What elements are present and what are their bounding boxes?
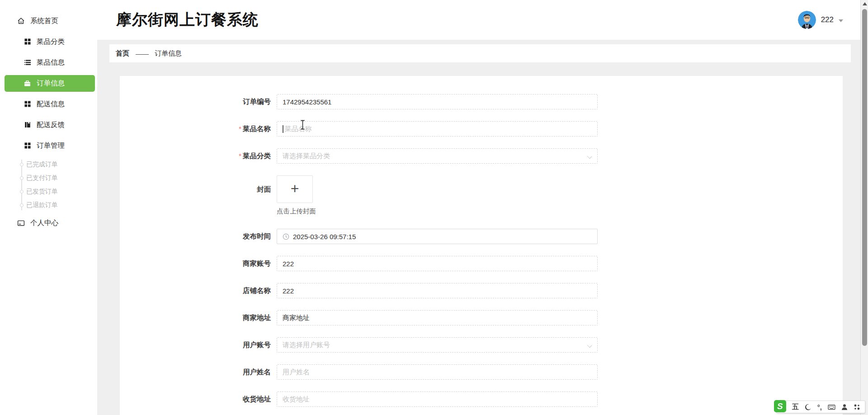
sidebar-item-dish-info[interactable]: 菜品信息 xyxy=(0,52,97,73)
sidebar-subitem-refunded-orders[interactable]: 已退款订单 xyxy=(21,198,97,212)
form-row-cover: 封面 + 点击上传封面 xyxy=(120,175,843,216)
sidebar-item-label: 个人中心 xyxy=(30,218,58,228)
scroll-up-arrow-icon[interactable] xyxy=(863,2,867,5)
sidebar-item-label: 订单管理 xyxy=(37,141,65,151)
order-manage-subnav: 已完成订单 已支付订单 已发货订单 已退款订单 xyxy=(21,156,97,214)
user-account-select[interactable]: 请选择用户账号 xyxy=(277,337,598,353)
order-no-value: 1742954235561 xyxy=(283,98,331,106)
sidebar-item-label: 配送反馈 xyxy=(37,120,65,130)
sidebar-item-delivery-feedback[interactable]: 配送反馈 xyxy=(0,114,97,135)
header: 摩尔街网上订餐系统 222 xyxy=(97,0,860,40)
book-icon xyxy=(24,121,31,129)
sidebar-item-system-home[interactable]: 系统首页 xyxy=(0,10,97,31)
field-label: *菜品名称 xyxy=(120,121,277,137)
avatar[interactable] xyxy=(798,11,816,29)
breadcrumb: 首页 —— 订单信息 xyxy=(109,44,851,62)
sidebar-item-label: 菜品信息 xyxy=(37,58,65,67)
dish-category-select[interactable]: 请选择菜品分类 xyxy=(277,148,598,164)
grid-icon xyxy=(24,142,31,150)
card-icon xyxy=(17,219,25,227)
cover-upload-button[interactable]: + xyxy=(277,175,313,203)
cover-upload-hint: 点击上传封面 xyxy=(277,207,598,216)
dish-name-input[interactable]: 菜品名称 xyxy=(277,121,598,137)
sidebar-item-label: 菜品分类 xyxy=(37,37,65,47)
merchant-address-input[interactable]: 商家地址 xyxy=(277,310,598,325)
apps-grid-icon[interactable] xyxy=(854,404,860,410)
shop-name-input[interactable]: 222 xyxy=(277,283,598,298)
list-icon xyxy=(24,59,31,66)
field-label: 订单编号 xyxy=(120,94,277,109)
ime-toolbar: S 五 °, xyxy=(776,401,865,413)
form-row-merchant-account: 商家账号 222 xyxy=(120,256,843,271)
form-row-order-no: 订单编号 1742954235561 xyxy=(120,94,843,109)
sidebar: 系统首页 菜品分类 菜品信息 订单信息 配送信息 xyxy=(0,0,97,415)
keyboard-icon[interactable] xyxy=(828,404,835,410)
sidebar-subitem-shipped-orders[interactable]: 已发货订单 xyxy=(21,185,97,198)
merchant-account-value: 222 xyxy=(283,260,294,268)
order-no-input[interactable]: 1742954235561 xyxy=(277,94,598,109)
sidebar-item-label: 配送信息 xyxy=(37,99,65,109)
briefcase-icon xyxy=(24,80,31,87)
form-row-shop-name: 店铺名称 222 xyxy=(120,283,843,298)
form-row-merchant-address: 商家地址 商家地址 xyxy=(120,310,843,325)
sidebar-item-label: 订单信息 xyxy=(37,79,65,88)
user-name-input[interactable]: 用户姓名 xyxy=(277,364,598,380)
sogou-logo-icon[interactable]: S xyxy=(774,400,786,412)
sidebar-subitem-paid-orders[interactable]: 已支付订单 xyxy=(21,171,97,185)
field-label: 商家账号 xyxy=(120,256,277,271)
main-content: 首页 —— 订单信息 订单编号 1742954235561 *菜品名称 菜品名称… xyxy=(97,40,860,415)
breadcrumb-separator: —— xyxy=(136,50,148,57)
person-icon[interactable] xyxy=(841,404,848,410)
ibeam-cursor xyxy=(300,119,306,132)
sidebar-item-personal-center[interactable]: 个人中心 xyxy=(0,214,97,232)
user-name-placeholder: 用户姓名 xyxy=(283,368,310,377)
text-caret xyxy=(283,125,283,133)
publish-time-input[interactable]: 2025-03-26 09:57:15 xyxy=(277,229,598,244)
form-row-user-name: 用户姓名 用户姓名 xyxy=(120,364,843,380)
field-label: 发布时间 xyxy=(120,229,277,244)
moon-icon[interactable] xyxy=(805,404,811,410)
chevron-down-icon xyxy=(587,343,592,348)
form-row-dish-category: *菜品分类 请选择菜品分类 xyxy=(120,148,843,164)
sidebar-item-delivery-info[interactable]: 配送信息 xyxy=(0,94,97,114)
vertical-scrollbar[interactable] xyxy=(860,0,868,415)
plus-icon: + xyxy=(291,181,299,196)
field-label: 店铺名称 xyxy=(120,283,277,298)
user-account-placeholder: 请选择用户账号 xyxy=(283,341,330,349)
form-row-publish-time: 发布时间 2025-03-26 09:57:15 xyxy=(120,229,843,244)
clock-icon xyxy=(283,233,289,240)
home-icon xyxy=(17,17,25,25)
ime-wubi-icon[interactable]: 五 xyxy=(792,403,799,411)
username-label: 222 xyxy=(821,15,834,24)
scrollbar-thumb[interactable] xyxy=(862,9,867,346)
field-label: *菜品分类 xyxy=(120,148,277,164)
page-title: 摩尔街网上订餐系统 xyxy=(116,9,259,30)
form-card: 订单编号 1742954235561 *菜品名称 菜品名称 *菜品分类 请选择菜… xyxy=(120,76,843,415)
field-label: 商家地址 xyxy=(120,310,277,325)
field-label: 用户姓名 xyxy=(120,364,277,380)
shop-name-value: 222 xyxy=(283,287,294,295)
breadcrumb-current: 订单信息 xyxy=(155,49,182,58)
merchant-account-input[interactable]: 222 xyxy=(277,256,598,271)
shipping-address-input[interactable]: 收货地址 xyxy=(277,391,598,407)
grid-icon xyxy=(24,38,31,46)
form-row-dish-name: *菜品名称 菜品名称 xyxy=(120,121,843,137)
user-menu[interactable]: 222 xyxy=(798,11,843,29)
chevron-down-icon xyxy=(839,19,843,22)
sidebar-item-order-info[interactable]: 订单信息 xyxy=(5,75,95,92)
merchant-address-value: 商家地址 xyxy=(283,314,310,322)
sidebar-subitem-completed-orders[interactable]: 已完成订单 xyxy=(21,158,97,171)
sidebar-item-dish-category[interactable]: 菜品分类 xyxy=(0,31,97,52)
shipping-address-placeholder: 收货地址 xyxy=(283,395,310,404)
punctuation-icon[interactable]: °, xyxy=(817,403,822,411)
form-row-user-account: 用户账号 请选择用户账号 xyxy=(120,337,843,353)
form-row-shipping-address: 收货地址 收货地址 xyxy=(120,391,843,407)
breadcrumb-home[interactable]: 首页 xyxy=(116,49,129,58)
dish-category-placeholder: 请选择菜品分类 xyxy=(283,152,330,160)
field-label: 封面 xyxy=(120,175,277,216)
chevron-down-icon xyxy=(587,154,592,159)
grid-icon xyxy=(24,100,31,108)
field-label: 用户账号 xyxy=(120,337,277,353)
sidebar-item-order-manage[interactable]: 订单管理 xyxy=(0,135,97,156)
field-label: 收货地址 xyxy=(120,391,277,407)
